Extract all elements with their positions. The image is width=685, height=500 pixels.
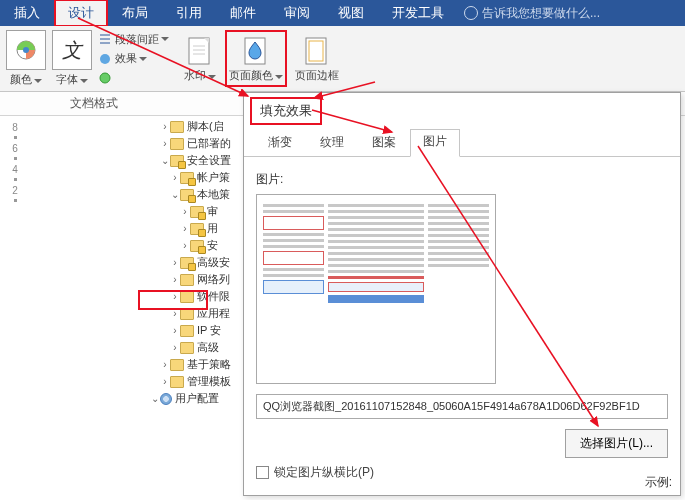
picture-path-field[interactable]: QQ浏览器截图_20161107152848_05060A15F4914a678… [256,394,668,419]
tab-design[interactable]: 设计 [54,0,108,27]
lightbulb-icon [464,6,478,20]
dlg-tab-pattern[interactable]: 图案 [358,129,410,156]
svg-point-6 [100,73,110,83]
colors-group[interactable]: 颜色 [6,30,46,87]
set-default-item[interactable] [98,71,169,85]
tree-item-label: 用户配置 [175,391,219,406]
toggle-icon[interactable]: › [160,138,170,149]
folder-icon [180,291,194,303]
tab-references[interactable]: 引用 [162,0,216,27]
tab-view[interactable]: 视图 [324,0,378,27]
tree-item[interactable]: ›IP 安 [150,322,234,339]
tree-item-label: 安全设置 [187,153,231,168]
toggle-icon[interactable]: › [170,257,180,268]
dialog-title: 填充效果 [250,97,322,125]
tree-item-label: 帐户策 [197,170,230,185]
tree-item[interactable]: ›审 [150,203,234,220]
para-spacing-item[interactable]: 段落间距 [98,32,169,47]
settings-tree: ›脚本(启›已部署的⌄安全设置›帐户策⌄本地策›审›用›安›高级安›网络列›软件… [150,116,234,500]
page-border-group[interactable]: 页面边框 [295,34,339,83]
tab-insert[interactable]: 插入 [0,0,54,27]
svg-point-1 [23,47,29,53]
toggle-icon[interactable]: ⌄ [170,189,180,200]
tree-item-label: 高级 [197,340,219,355]
tab-layout[interactable]: 布局 [108,0,162,27]
tree-item-label: 本地策 [197,187,230,202]
tree-item[interactable]: ›用 [150,220,234,237]
picture-preview [256,194,496,384]
tree-item[interactable]: ⌄用户配置 [150,390,234,407]
toggle-icon[interactable]: › [170,291,180,302]
effects-icon [98,52,112,66]
gear-icon [160,393,172,405]
toggle-icon[interactable]: › [180,240,190,251]
tree-item-label: 网络列 [197,272,230,287]
tree-item[interactable]: ⌄安全设置 [150,152,234,169]
dlg-tab-gradient[interactable]: 渐变 [254,129,306,156]
svg-point-5 [100,54,110,64]
folder-icon [180,172,194,184]
toggle-icon[interactable]: › [170,172,180,183]
watermark-group[interactable]: 水印 [183,34,217,83]
lock-aspect-label: 锁定图片纵横比(P) [274,464,374,481]
toggle-icon[interactable]: › [160,359,170,370]
tab-devtools[interactable]: 开发工具 [378,0,458,27]
fonts-icon: 文 [52,30,92,70]
toggle-icon[interactable]: › [180,206,190,217]
tree-item[interactable]: ›安 [150,237,234,254]
toggle-icon[interactable]: › [160,376,170,387]
page-color-icon [239,34,273,68]
tree-item[interactable]: ›软件限 [150,288,234,305]
dialog-tabs: 渐变 纹理 图案 图片 [244,129,680,157]
tab-mail[interactable]: 邮件 [216,0,270,27]
tree-item[interactable]: ›已部署的 [150,135,234,152]
toggle-icon[interactable]: › [170,274,180,285]
tree-item[interactable]: ›帐户策 [150,169,234,186]
tree-item[interactable]: ›高级 [150,339,234,356]
colors-icon [6,30,46,70]
doc-format-label: 文档格式 [70,95,118,112]
fonts-group[interactable]: 文 字体 [52,30,92,87]
tree-item[interactable]: ›管理模板 [150,373,234,390]
tree-item-label: 已部署的 [187,136,231,151]
folder-icon [190,240,204,252]
tree-item[interactable]: ⌄本地策 [150,186,234,203]
tree-item-label: IP 安 [197,323,221,338]
example-label: 示例: [645,474,672,491]
toggle-icon[interactable]: › [160,121,170,132]
folder-icon [170,121,184,133]
folder-icon [190,223,204,235]
page-border-icon [300,34,334,68]
tree-item[interactable]: ›应用程 [150,305,234,322]
tree-item[interactable]: ›基于策略 [150,356,234,373]
toggle-icon[interactable]: › [170,342,180,353]
watermark-label: 水印 [184,69,206,81]
tab-review[interactable]: 审阅 [270,0,324,27]
toggle-icon[interactable]: ⌄ [160,155,170,166]
select-picture-button[interactable]: 选择图片(L)... [565,429,668,458]
lock-aspect-checkbox[interactable] [256,466,269,479]
page-border-label: 页面边框 [295,69,339,81]
toggle-icon[interactable]: ⌄ [150,393,160,404]
dlg-tab-picture[interactable]: 图片 [410,129,460,157]
folder-icon [180,342,194,354]
picture-section-label: 图片: [256,171,668,188]
tree-item[interactable]: ›网络列 [150,271,234,288]
tree-item[interactable]: ›脚本(启 [150,118,234,135]
toggle-icon[interactable]: › [170,308,180,319]
tell-me[interactable]: 告诉我您想要做什么... [464,5,600,22]
toggle-icon[interactable]: › [180,223,190,234]
colors-label: 颜色 [10,73,32,85]
tree-item[interactable]: ›高级安 [150,254,234,271]
page-color-group[interactable]: 页面颜色 [225,30,287,87]
dlg-tab-texture[interactable]: 纹理 [306,129,358,156]
tell-me-label: 告诉我您想要做什么... [482,5,600,22]
tree-item-label: 脚本(启 [187,119,224,134]
para-spacing-icon [98,32,112,46]
toggle-icon[interactable]: › [170,325,180,336]
folder-icon [180,189,194,201]
effects-item[interactable]: 效果 [98,51,169,66]
folder-icon [170,155,184,167]
tree-item-label: 应用程 [197,306,230,321]
folder-icon [180,274,194,286]
